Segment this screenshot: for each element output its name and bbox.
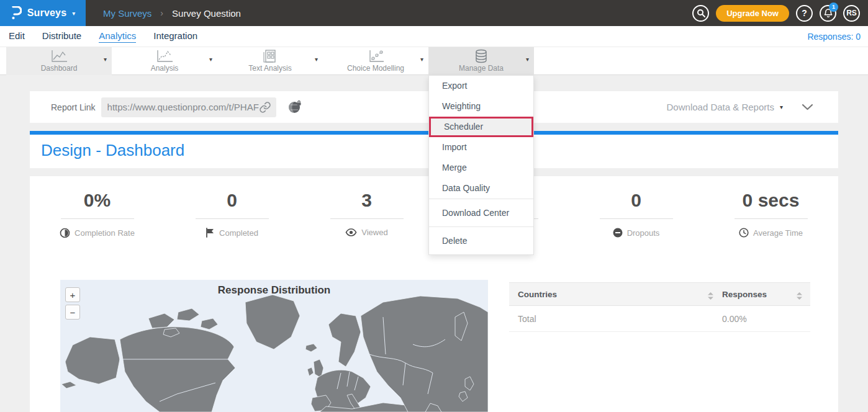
- nav-item-edit[interactable]: Edit: [9, 30, 25, 42]
- search-button[interactable]: [692, 5, 709, 22]
- table-header: Countries Responses: [509, 282, 810, 306]
- chevron-down-icon[interactable]: ▾: [420, 56, 423, 63]
- zoom-out-button[interactable]: −: [65, 305, 80, 320]
- stat-label: Completed: [219, 228, 258, 238]
- column-header-responses[interactable]: Responses: [722, 290, 767, 299]
- top-bar: Surveys ▾ My Surveys › Survey Question U…: [0, 0, 868, 26]
- total-label: Total: [518, 314, 536, 324]
- scatter-chart-icon: [323, 49, 428, 63]
- flag-icon: [206, 228, 215, 238]
- report-link-label: Report Link: [51, 102, 96, 112]
- response-distribution-map[interactable]: Response Distribution + −: [60, 280, 488, 412]
- tab-analysis[interactable]: Analysis ▾: [112, 47, 217, 75]
- countries-table: Countries Responses Total 0.00%: [509, 282, 810, 332]
- stat-value: 0%: [30, 190, 165, 213]
- nav-item-distribute[interactable]: Distribute: [42, 30, 81, 42]
- breadcrumb-parent[interactable]: My Surveys: [103, 8, 151, 19]
- section-nav: Edit Distribute Analytics Integration Re…: [0, 26, 868, 47]
- menu-item-import[interactable]: Import: [429, 137, 533, 158]
- nav-item-integration[interactable]: Integration: [153, 30, 197, 42]
- sort-icon[interactable]: [797, 291, 802, 302]
- menu-item-weighting[interactable]: Weighting: [429, 96, 533, 117]
- minus-circle-icon: [613, 228, 623, 238]
- database-icon: [428, 49, 534, 64]
- menu-item-download-center[interactable]: Download Center: [429, 199, 533, 226]
- link-icon[interactable]: [259, 101, 271, 114]
- chevron-down-icon[interactable]: ▾: [104, 56, 107, 63]
- tab-manage-data[interactable]: Manage Data ▾: [428, 47, 534, 75]
- stat-label: Viewed: [361, 228, 387, 237]
- download-data-label: Download Data & Reports: [667, 102, 774, 112]
- tab-dashboard[interactable]: Dashboard ▾: [6, 47, 112, 75]
- stat-label: Average Time: [753, 228, 803, 238]
- map-zoom-controls: + −: [65, 287, 80, 320]
- menu-item-merge[interactable]: Merge: [429, 158, 533, 178]
- scheduler-highlight-box: Scheduler: [429, 117, 533, 137]
- notifications-button[interactable]: 1: [820, 5, 836, 22]
- tab-text-analysis[interactable]: Text Analysis ▾: [217, 47, 323, 75]
- tab-label: Dashboard: [6, 64, 112, 73]
- upgrade-now-button[interactable]: Upgrade Now: [716, 5, 789, 22]
- stat-dropouts: 0 Dropouts: [569, 190, 703, 238]
- sort-icon[interactable]: [708, 291, 713, 302]
- topbar-actions: Upgrade Now ? 1 RS: [692, 5, 868, 22]
- product-switcher[interactable]: Surveys ▾: [0, 0, 86, 26]
- analytics-toolbar: Dashboard ▾ Analysis ▾ Text Analysis ▾ C…: [0, 47, 868, 75]
- tab-choice-modelling[interactable]: Choice Modelling ▾: [323, 47, 428, 75]
- breadcrumb: My Surveys › Survey Question: [103, 8, 241, 19]
- chevron-down-icon[interactable]: ▾: [526, 56, 529, 63]
- analysis-chart-icon: [112, 49, 217, 63]
- manage-data-menu: Export Weighting Scheduler Import Merge …: [428, 75, 534, 255]
- chevron-down-icon: ▾: [780, 104, 783, 110]
- stat-completed: 0 Completed: [165, 190, 299, 238]
- stat-value: 0: [569, 190, 703, 213]
- menu-item-export[interactable]: Export: [429, 76, 533, 96]
- notification-badge: 1: [829, 2, 838, 12]
- menu-item-data-quality[interactable]: Data Quality: [429, 178, 533, 199]
- avatar-initials: RS: [846, 9, 857, 17]
- avatar[interactable]: RS: [843, 5, 860, 22]
- chevron-down-icon[interactable]: ▾: [315, 56, 318, 63]
- nav-item-analytics[interactable]: Analytics: [99, 30, 136, 43]
- clock-icon: [739, 228, 749, 238]
- column-header-countries[interactable]: Countries: [518, 290, 557, 299]
- responses-count: Responses: 0: [807, 32, 861, 42]
- stat-label: Completion Rate: [75, 228, 135, 238]
- stat-value: 3: [299, 190, 434, 213]
- stat-viewed: 3 Viewed: [299, 190, 434, 238]
- secure-globe-icon[interactable]: [288, 101, 302, 114]
- breadcrumb-current: Survey Question: [172, 8, 241, 19]
- zoom-in-button[interactable]: +: [65, 287, 80, 302]
- menu-item-delete[interactable]: Delete: [429, 227, 533, 254]
- product-name: Surveys: [27, 7, 67, 19]
- line-chart-icon: [6, 49, 112, 63]
- eye-icon: [345, 228, 357, 236]
- contrast-icon: [60, 228, 70, 238]
- download-data-dropdown[interactable]: Download Data & Reports ▾: [667, 102, 783, 112]
- tab-label: Manage Data: [428, 64, 534, 73]
- report-url-field[interactable]: https://www.questionpro.com/t/PHAF: [101, 97, 276, 117]
- world-map-image: [60, 280, 488, 412]
- tab-label: Choice Modelling: [323, 64, 428, 73]
- help-button[interactable]: ?: [796, 5, 813, 22]
- question-mark-icon: ?: [802, 8, 807, 18]
- document-grid-icon: [217, 49, 323, 63]
- menu-item-scheduler[interactable]: Scheduler: [431, 119, 531, 135]
- stat-value: 0 secs: [703, 190, 838, 213]
- breadcrumb-separator-icon: ›: [160, 8, 163, 18]
- collapse-panel-chevron-icon[interactable]: [802, 104, 813, 110]
- search-icon: [697, 9, 705, 17]
- stat-value: 0: [165, 190, 299, 213]
- chevron-down-icon[interactable]: ▾: [209, 56, 212, 63]
- total-value: 0.00%: [722, 314, 747, 324]
- stat-label: Dropouts: [627, 228, 660, 238]
- tab-label: Text Analysis: [217, 64, 323, 73]
- stat-average-time: 0 secs Average Time: [703, 190, 838, 238]
- chevron-down-icon: ▾: [72, 10, 75, 17]
- table-row: Total 0.00%: [509, 306, 810, 332]
- tab-label: Analysis: [112, 64, 217, 73]
- stat-completion-rate: 0% Completion Rate: [30, 190, 165, 238]
- questionpro-logo-icon: [11, 6, 22, 20]
- report-url-value: https://www.questionpro.com/t/PHAF: [107, 102, 259, 112]
- map-title: Response Distribution: [60, 284, 488, 297]
